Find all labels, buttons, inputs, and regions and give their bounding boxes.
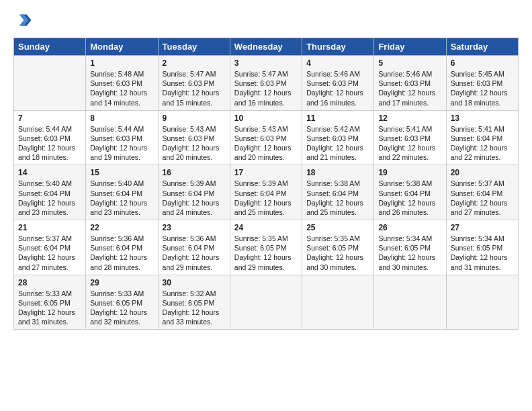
daylight: Daylight: 12 hours and 22 minutes.: [451, 144, 508, 161]
day-number: 8: [90, 113, 153, 123]
sunrise: Sunrise: 5:43 AM: [234, 125, 288, 133]
calendar-table: SundayMondayTuesdayWednesdayThursdayFrid…: [13, 38, 519, 330]
cell-info: Sunrise: 5:38 AM Sunset: 6:04 PM Dayligh…: [306, 179, 369, 217]
sunset: Sunset: 6:04 PM: [234, 189, 287, 197]
sunset: Sunset: 6:03 PM: [163, 79, 215, 87]
cell-info: Sunrise: 5:35 AM Sunset: 6:05 PM Dayligh…: [234, 234, 298, 272]
cell-info: Sunrise: 5:48 AM Sunset: 6:03 PM Dayligh…: [90, 69, 153, 107]
calendar-cell: 30 Sunrise: 5:32 AM Sunset: 6:05 PM Dayl…: [158, 275, 230, 330]
day-number: 4: [306, 58, 369, 68]
sunset: Sunset: 6:03 PM: [306, 134, 359, 142]
sunset: Sunset: 6:05 PM: [306, 244, 359, 252]
cell-info: Sunrise: 5:37 AM Sunset: 6:04 PM Dayligh…: [18, 234, 81, 272]
day-number: 2: [163, 58, 226, 68]
daylight: Daylight: 12 hours and 18 minutes.: [451, 89, 508, 106]
sunrise: Sunrise: 5:34 AM: [378, 234, 432, 242]
daylight: Daylight: 12 hours and 25 minutes.: [234, 199, 292, 216]
day-number: 22: [90, 223, 153, 232]
sunset: Sunset: 6:04 PM: [90, 244, 142, 252]
sunset: Sunset: 6:04 PM: [306, 189, 359, 197]
daylight: Daylight: 12 hours and 23 minutes.: [18, 199, 75, 216]
calendar-cell: 19 Sunrise: 5:38 AM Sunset: 6:04 PM Dayl…: [374, 165, 446, 220]
cell-info: Sunrise: 5:44 AM Sunset: 6:03 PM Dayligh…: [18, 124, 81, 163]
sunrise: Sunrise: 5:32 AM: [163, 289, 216, 298]
daylight: Daylight: 12 hours and 27 minutes.: [18, 253, 75, 271]
calendar-cell: 3 Sunrise: 5:47 AM Sunset: 6:03 PM Dayli…: [230, 56, 302, 111]
sunrise: Sunrise: 5:41 AM: [451, 125, 504, 133]
sunrise: Sunrise: 5:36 AM: [90, 234, 144, 242]
calendar-cell: 6 Sunrise: 5:45 AM Sunset: 6:03 PM Dayli…: [446, 56, 518, 111]
calendar-cell: 10 Sunrise: 5:43 AM Sunset: 6:03 PM Dayl…: [230, 110, 302, 165]
sunset: Sunset: 6:04 PM: [18, 244, 71, 252]
col-header-saturday: Saturday: [446, 38, 518, 56]
sunrise: Sunrise: 5:38 AM: [378, 179, 432, 187]
daylight: Daylight: 12 hours and 16 minutes.: [306, 89, 363, 106]
cell-info: Sunrise: 5:33 AM Sunset: 6:05 PM Dayligh…: [90, 289, 153, 327]
calendar-cell: 11 Sunrise: 5:42 AM Sunset: 6:03 PM Dayl…: [302, 110, 374, 165]
daylight: Daylight: 12 hours and 31 minutes.: [18, 308, 75, 326]
daylight: Daylight: 12 hours and 20 minutes.: [163, 144, 220, 161]
sunrise: Sunrise: 5:36 AM: [163, 234, 216, 242]
logo-icon: [13, 11, 32, 30]
day-number: 3: [234, 58, 298, 68]
sunset: Sunset: 6:04 PM: [451, 134, 503, 142]
day-number: 15: [90, 168, 153, 177]
sunrise: Sunrise: 5:38 AM: [306, 179, 360, 187]
day-number: 7: [18, 113, 81, 123]
day-number: 9: [163, 113, 226, 123]
week-row-3: 14 Sunrise: 5:40 AM Sunset: 6:04 PM Dayl…: [14, 165, 519, 220]
col-header-tuesday: Tuesday: [158, 38, 230, 56]
calendar-cell: 16 Sunrise: 5:39 AM Sunset: 6:04 PM Dayl…: [158, 165, 230, 220]
sunrise: Sunrise: 5:48 AM: [90, 70, 144, 78]
daylight: Daylight: 12 hours and 21 minutes.: [306, 144, 363, 161]
cell-info: Sunrise: 5:36 AM Sunset: 6:04 PM Dayligh…: [90, 234, 153, 272]
calendar-cell: [230, 275, 302, 330]
daylight: Daylight: 12 hours and 16 minutes.: [234, 89, 292, 106]
calendar-cell: 26 Sunrise: 5:34 AM Sunset: 6:05 PM Dayl…: [374, 220, 446, 275]
calendar-cell: 1 Sunrise: 5:48 AM Sunset: 6:03 PM Dayli…: [86, 56, 158, 111]
calendar-cell: 9 Sunrise: 5:43 AM Sunset: 6:03 PM Dayli…: [158, 110, 230, 165]
col-header-monday: Monday: [86, 38, 158, 56]
sunrise: Sunrise: 5:37 AM: [451, 179, 504, 187]
day-number: 5: [378, 58, 441, 68]
day-number: 19: [378, 168, 441, 177]
daylight: Daylight: 12 hours and 17 minutes.: [378, 89, 435, 106]
week-row-2: 7 Sunrise: 5:44 AM Sunset: 6:03 PM Dayli…: [14, 110, 519, 165]
cell-info: Sunrise: 5:36 AM Sunset: 6:04 PM Dayligh…: [163, 234, 226, 272]
calendar-cell: 18 Sunrise: 5:38 AM Sunset: 6:04 PM Dayl…: [302, 165, 374, 220]
daylight: Daylight: 12 hours and 30 minutes.: [378, 253, 435, 271]
sunset: Sunset: 6:05 PM: [163, 299, 215, 307]
sunset: Sunset: 6:04 PM: [163, 189, 215, 197]
week-row-4: 21 Sunrise: 5:37 AM Sunset: 6:04 PM Dayl…: [14, 220, 519, 275]
sunset: Sunset: 6:03 PM: [163, 134, 215, 142]
cell-info: Sunrise: 5:35 AM Sunset: 6:05 PM Dayligh…: [306, 234, 369, 272]
sunrise: Sunrise: 5:45 AM: [451, 70, 504, 78]
sunrise: Sunrise: 5:35 AM: [306, 234, 360, 242]
cell-info: Sunrise: 5:34 AM Sunset: 6:05 PM Dayligh…: [451, 234, 514, 272]
day-number: 30: [163, 278, 226, 287]
daylight: Daylight: 12 hours and 22 minutes.: [378, 144, 435, 161]
sunset: Sunset: 6:04 PM: [90, 189, 142, 197]
sunset: Sunset: 6:05 PM: [18, 299, 71, 307]
sunset: Sunset: 6:04 PM: [18, 189, 71, 197]
sunrise: Sunrise: 5:41 AM: [378, 125, 432, 133]
logo: [13, 11, 35, 30]
daylight: Daylight: 12 hours and 26 minutes.: [378, 199, 435, 216]
calendar-cell: 27 Sunrise: 5:34 AM Sunset: 6:05 PM Dayl…: [446, 220, 518, 275]
sunrise: Sunrise: 5:47 AM: [163, 70, 216, 78]
calendar-cell: 21 Sunrise: 5:37 AM Sunset: 6:04 PM Dayl…: [14, 220, 86, 275]
sunrise: Sunrise: 5:40 AM: [18, 179, 72, 187]
cell-info: Sunrise: 5:32 AM Sunset: 6:05 PM Dayligh…: [163, 289, 226, 327]
calendar-cell: 14 Sunrise: 5:40 AM Sunset: 6:04 PM Dayl…: [14, 165, 86, 220]
day-number: 26: [378, 223, 441, 232]
sunrise: Sunrise: 5:44 AM: [90, 125, 144, 133]
daylight: Daylight: 12 hours and 28 minutes.: [90, 253, 147, 271]
day-number: 12: [378, 113, 441, 123]
sunrise: Sunrise: 5:43 AM: [163, 125, 216, 133]
day-number: 6: [451, 58, 514, 68]
cell-info: Sunrise: 5:44 AM Sunset: 6:03 PM Dayligh…: [90, 124, 153, 163]
sunset: Sunset: 6:03 PM: [90, 134, 142, 142]
cell-info: Sunrise: 5:40 AM Sunset: 6:04 PM Dayligh…: [18, 179, 81, 217]
sunrise: Sunrise: 5:35 AM: [234, 234, 288, 242]
sunset: Sunset: 6:03 PM: [90, 79, 142, 87]
